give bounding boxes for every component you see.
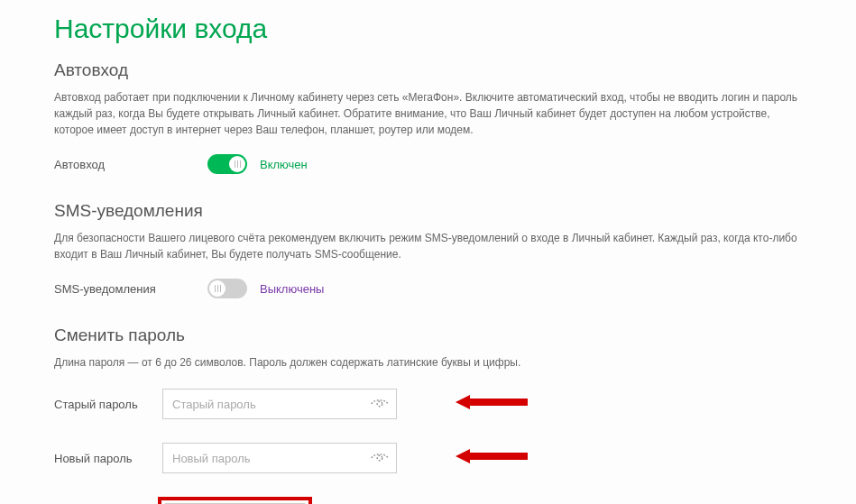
autologin-description: Автовход работает при подключении к Личн… [54,89,802,138]
autologin-label: Автовход [54,158,207,171]
svg-point-0 [377,401,382,407]
old-password-input[interactable] [162,389,397,419]
password-section-title: Сменить пароль [54,325,802,345]
toggle-knob-icon [209,280,226,297]
sms-state: Выключены [260,282,324,296]
sms-description: Для безопасности Вашего лицевого счёта р… [54,230,802,262]
arrow-annotation-icon [456,448,528,468]
password-description: Длина пароля — от 6 до 26 символов. Паро… [54,356,802,369]
eye-icon[interactable] [370,451,390,465]
autologin-state: Включен [260,158,308,171]
new-password-label: Новый пароль [54,452,162,465]
svg-marker-1 [456,395,528,409]
old-password-label: Старый пароль [54,398,162,411]
page-title: Настройки входа [54,14,802,44]
arrow-annotation-icon [456,394,528,414]
sms-toggle[interactable] [207,279,247,298]
svg-marker-3 [456,449,528,463]
new-password-input[interactable] [162,443,397,473]
highlight-box-annotation: Сменить пароль [158,497,312,504]
sms-section-title: SMS-уведомления [54,201,802,221]
svg-point-2 [377,455,382,461]
autologin-section-title: Автовход [54,60,802,80]
autologin-toggle[interactable] [207,154,247,174]
eye-icon[interactable] [370,397,390,411]
toggle-knob-icon [229,156,245,172]
sms-label: SMS-уведомления [54,282,207,296]
